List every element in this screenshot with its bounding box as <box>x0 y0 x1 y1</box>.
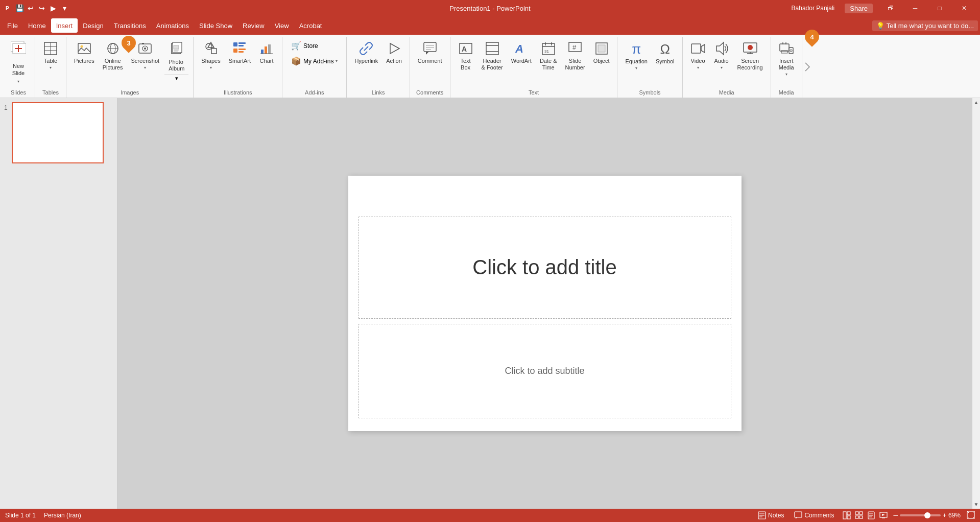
subtitle-placeholder[interactable]: Click to add subtitle <box>358 324 731 418</box>
title-bar-left: P 💾 ↩ ↪ ▶ ▾ <box>4 4 68 12</box>
title-bar-right: Bahador Panjali Share 🗗 ─ □ ✕ <box>792 0 976 16</box>
svg-rect-38 <box>424 42 436 52</box>
pictures-button[interactable]: Pictures <box>70 39 98 67</box>
menu-transitions[interactable]: Transitions <box>109 18 151 33</box>
lightbulb-icon: 💡 <box>876 22 885 30</box>
symbol-button[interactable]: Ω Symbol <box>652 39 678 67</box>
shapes-label: Shapes <box>201 58 220 64</box>
minimize-button[interactable]: ─ <box>903 0 927 16</box>
fit-window-button[interactable] <box>967 511 975 520</box>
slideshow-button[interactable] <box>878 510 889 520</box>
undo-icon[interactable]: ↩ <box>27 4 35 12</box>
reading-view-button[interactable] <box>866 510 877 520</box>
svg-marker-59 <box>701 44 705 53</box>
menu-view[interactable]: View <box>270 18 294 33</box>
svg-rect-57 <box>598 45 605 52</box>
ribbon-collapse[interactable] <box>804 37 810 98</box>
ribbon-group-insert-media: 4 Insert Media <box>771 37 802 98</box>
svg-point-70 <box>790 50 792 52</box>
audio-button[interactable]: Audio ▾ <box>710 39 733 73</box>
menu-file[interactable]: File <box>2 18 23 33</box>
symbol-label: Symbol <box>656 58 675 65</box>
menu-insert[interactable]: Insert <box>51 18 78 33</box>
scroll-down-arrow[interactable]: ▼ <box>972 500 980 509</box>
new-slide-dropdown[interactable]: ▾ <box>17 79 19 84</box>
notes-button[interactable]: Notes <box>755 510 787 520</box>
menu-animations[interactable]: Animations <box>151 18 194 33</box>
share-button[interactable]: Share <box>845 4 873 13</box>
object-button[interactable]: Object <box>590 39 613 67</box>
svg-rect-28 <box>238 42 246 44</box>
slide-number-button[interactable]: # Slide Number <box>562 39 589 74</box>
header-footer-label: Header & Footer <box>482 58 503 71</box>
slide-number-icon: # <box>568 41 582 57</box>
menu-home[interactable]: Home <box>23 18 51 33</box>
canvas-area[interactable]: Click to add title Click to add subtitle <box>117 98 972 509</box>
slide-sorter-button[interactable] <box>853 510 865 520</box>
store-button[interactable]: 🛒 Store <box>286 39 342 53</box>
normal-view-button[interactable] <box>841 510 852 520</box>
date-time-button[interactable]: 31 Date & Time <box>536 39 561 74</box>
video-button[interactable]: Video ▾ <box>687 39 709 73</box>
menu-slideshow[interactable]: Slide Show <box>194 18 237 33</box>
screenshot-label: Screenshot <box>131 58 160 64</box>
screen-recording-button[interactable]: Screen Recording <box>734 39 767 74</box>
svg-text:P: P <box>6 6 9 11</box>
addins-group-items: 🛒 Store 📦 My Add-ins ▾ <box>286 37 342 88</box>
table-icon <box>43 41 58 57</box>
restore-window-button[interactable]: 🗗 <box>879 0 902 16</box>
slide-number-label: 1 <box>4 102 8 111</box>
ribbon-group-text: A Text Box Header & Footer <box>450 37 618 98</box>
equation-button[interactable]: π Equation ▾ <box>622 39 651 73</box>
tell-me-input[interactable]: 💡 Tell me what you want to do... <box>872 20 978 31</box>
svg-rect-34 <box>265 46 267 54</box>
tables-group-items: Table ▾ <box>39 37 62 88</box>
equation-label: Equation <box>625 58 647 65</box>
hyperlink-button[interactable]: Hyperlink <box>351 39 381 67</box>
smartart-button[interactable]: SmartArt <box>225 39 254 67</box>
new-slide-icon <box>11 41 26 60</box>
slide-thumbnail[interactable] <box>12 102 104 163</box>
my-addins-button[interactable]: 📦 My Add-ins ▾ <box>286 54 342 68</box>
maximize-button[interactable]: □ <box>928 0 951 16</box>
table-button[interactable]: Table ▾ <box>39 39 62 73</box>
photo-album-top[interactable]: Photo Album <box>164 39 188 74</box>
text-box-button[interactable]: A Text Box <box>455 39 477 74</box>
store-label: Store <box>303 42 318 50</box>
ribbon-group-addins: 🛒 Store 📦 My Add-ins ▾ Add-ins <box>282 37 347 98</box>
screen-recording-icon <box>743 41 757 57</box>
header-footer-button[interactable]: Header & Footer <box>478 39 507 74</box>
chart-button[interactable]: Chart <box>255 39 278 67</box>
ribbon-group-illustrations: Shapes ▾ SmartArt <box>194 37 282 98</box>
slide-canvas[interactable]: Click to add title Click to add subtitle <box>348 176 742 431</box>
chart-icon <box>259 41 274 57</box>
close-button[interactable]: ✕ <box>952 0 976 16</box>
store-icon: 🛒 <box>291 41 301 51</box>
save-icon[interactable]: 💾 <box>15 4 23 12</box>
redo-icon[interactable]: ↪ <box>38 4 46 12</box>
present-icon[interactable]: ▶ <box>49 4 57 12</box>
title-bar: P 💾 ↩ ↪ ▶ ▾ Presentation1 - PowerPoint B… <box>0 0 980 16</box>
action-button[interactable]: Action <box>383 39 405 67</box>
zoom-plus-button[interactable]: + <box>943 512 946 519</box>
title-placeholder[interactable]: Click to add title <box>358 217 731 319</box>
comments-button[interactable]: Comments <box>791 510 837 520</box>
scroll-up-arrow[interactable]: ▲ <box>972 98 980 107</box>
online-pictures-icon <box>106 41 120 57</box>
wordart-button[interactable]: A WordArt <box>508 39 535 67</box>
zoom-slider[interactable] <box>900 514 941 516</box>
menu-acrobat[interactable]: Acrobat <box>294 18 327 33</box>
customize-icon[interactable]: ▾ <box>60 4 68 12</box>
my-addins-icon: 📦 <box>291 56 301 66</box>
menu-review[interactable]: Review <box>237 18 270 33</box>
new-slide-button[interactable]: NewSlide ▾ <box>6 39 31 86</box>
illustrations-group-label: Illustrations <box>198 88 278 98</box>
photo-album-button[interactable]: Photo Album ▾ <box>164 39 189 83</box>
comment-button[interactable]: Comment <box>414 39 446 67</box>
photo-album-dropdown[interactable]: ▾ <box>164 74 188 82</box>
menu-design[interactable]: Design <box>78 18 108 33</box>
insert-media-button[interactable]: Insert Media ▾ <box>775 39 798 79</box>
wordart-icon: A <box>514 41 529 57</box>
shapes-button[interactable]: Shapes ▾ <box>198 39 224 73</box>
zoom-minus-button[interactable]: ─ <box>893 512 898 519</box>
